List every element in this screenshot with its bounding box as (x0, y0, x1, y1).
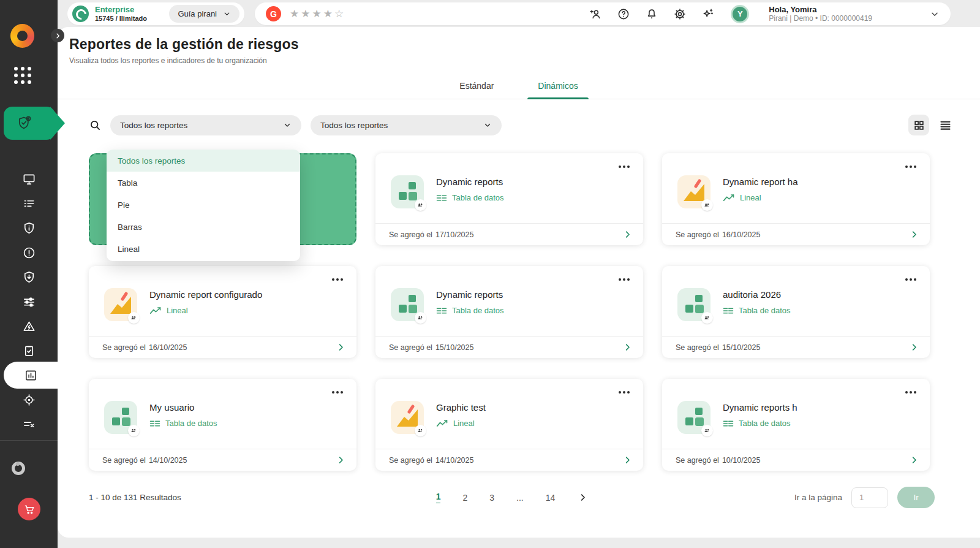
open-report-button[interactable] (623, 455, 632, 465)
go-button[interactable]: Ir (897, 487, 935, 508)
open-report-button[interactable] (623, 230, 632, 239)
sidebar-item-dashboard[interactable] (0, 172, 58, 186)
settings-button[interactable] (673, 7, 687, 21)
sparkles-icon (701, 7, 715, 21)
report-card[interactable]: Dynamic reports Tabla de datos Se agregó… (375, 153, 643, 245)
line-chart-icon (436, 419, 448, 428)
chevron-down-icon (483, 121, 492, 129)
rating-stars[interactable]: ★★★★☆ (290, 7, 345, 20)
shield-download-icon (22, 270, 36, 284)
report-card[interactable]: Dynamic reports h Tabla de datos Se agre… (662, 379, 930, 471)
user-avatar[interactable]: Y (731, 5, 749, 23)
chevron-right-icon (55, 32, 61, 39)
card-date: Se agregó el10/10/2025 (676, 456, 760, 465)
search-button[interactable] (89, 119, 102, 132)
users-badge-icon (128, 312, 140, 324)
dropdown-option-tabla[interactable]: Tabla (107, 172, 300, 194)
page-1[interactable]: 1 (436, 492, 441, 503)
pagination: 1 - 10 de 131 Resultados 1 2 3 ... 14 Ir… (89, 487, 952, 508)
sidebar-item-action-plans[interactable] (0, 417, 58, 432)
user-detail: Pirani | Demo • ID: 0000000419 (769, 14, 872, 23)
goto-page: Ir a la página Ir (587, 487, 952, 508)
open-report-button[interactable] (910, 343, 919, 352)
add-user-button[interactable] (589, 7, 602, 21)
goto-page-input[interactable] (851, 487, 888, 508)
card-date: Se agregó el15/10/2025 (676, 343, 760, 352)
page-14[interactable]: 14 (546, 493, 556, 503)
sidebar-item-compliance[interactable] (0, 343, 58, 358)
card-menu-button[interactable] (616, 389, 632, 396)
card-menu-button[interactable] (903, 163, 919, 170)
report-type: Tabla de datos (436, 306, 504, 315)
card-menu-button[interactable] (330, 389, 345, 396)
sidebar-expand-button[interactable] (51, 29, 64, 42)
report-card[interactable]: auditoria 2026 Tabla de datos Se agregó … (662, 266, 930, 358)
store-cart-button[interactable] (18, 498, 40, 520)
notifications-button[interactable] (645, 7, 658, 21)
users-badge-icon (415, 312, 426, 324)
card-date: Se agregó el17/10/2025 (389, 230, 473, 239)
chevron-down-icon (223, 10, 231, 18)
tab-estandar[interactable]: Estándar (459, 73, 494, 99)
sidebar-item-controls[interactable] (0, 270, 58, 284)
card-menu-button[interactable] (903, 276, 919, 283)
chevron-right-icon (623, 343, 632, 352)
open-report-button[interactable] (910, 230, 919, 239)
users-badge-icon (701, 199, 713, 211)
card-menu-button[interactable] (616, 276, 632, 283)
open-report-button[interactable] (336, 343, 345, 352)
active-module-flag[interactable] (0, 107, 67, 140)
chevron-right-icon (336, 343, 345, 352)
dropdown-option-todos[interactable]: Todos los reportes (107, 150, 300, 172)
open-report-button[interactable] (336, 455, 345, 465)
page-3[interactable]: 3 (489, 493, 494, 503)
report-type: Tabla de datos (149, 419, 217, 428)
g2-logo-icon[interactable]: G (266, 6, 281, 21)
page-subtitle: Visualiza todos los reportes e indicador… (69, 56, 980, 65)
help-button[interactable] (617, 7, 630, 21)
apps-grid-icon[interactable] (14, 67, 31, 84)
dropdown-option-pie[interactable]: Pie (107, 194, 300, 216)
shield-check-icon (16, 115, 33, 132)
grid-view-button[interactable] (908, 115, 929, 135)
dropdown-option-lineal[interactable]: Lineal (107, 238, 300, 260)
report-title: auditoria 2026 (723, 289, 791, 300)
users-badge-icon (415, 425, 426, 436)
report-card[interactable]: Graphic test Lineal Se agregó el14/10/20… (375, 379, 643, 471)
users-badge-icon (415, 199, 426, 211)
guide-dropdown-button[interactable]: Guía pirani (169, 5, 239, 23)
card-footer: Se agregó el17/10/2025 (375, 223, 643, 245)
card-menu-button[interactable] (903, 389, 919, 396)
report-card[interactable]: Dynamic report ha Lineal Se agregó el16/… (662, 153, 930, 245)
ai-assistant-button[interactable] (701, 7, 715, 21)
card-menu-button[interactable] (616, 163, 632, 170)
table-icon (723, 419, 734, 428)
report-card[interactable]: My usuario Tabla de datos Se agregó el14… (89, 379, 356, 471)
card-menu-button[interactable] (330, 276, 345, 283)
open-report-button[interactable] (910, 455, 919, 465)
sidebar-item-risks[interactable] (0, 221, 58, 235)
sidebar-item-incidents[interactable] (0, 319, 58, 333)
profile-menu-button[interactable] (930, 9, 940, 19)
list-view-button[interactable] (939, 119, 952, 132)
table-icon (149, 419, 160, 428)
list-lines-icon (22, 197, 36, 211)
sidebar-item-settings-sliders[interactable] (0, 294, 58, 309)
next-page-button[interactable] (578, 493, 587, 502)
sidebar-item-objectives[interactable] (0, 392, 58, 407)
report-card[interactable]: Dynamic reports Tabla de datos Se agregó… (375, 266, 643, 358)
dropdown-option-barras[interactable]: Barras (107, 216, 300, 238)
page-numbers: 1 2 3 ... 14 (436, 492, 588, 503)
sidebar-item-processes[interactable] (0, 196, 58, 211)
report-type: Lineal (436, 419, 486, 428)
open-report-button[interactable] (623, 343, 632, 352)
page-2[interactable]: 2 (462, 493, 467, 503)
report-filter-select[interactable]: Todos los reportes (311, 115, 502, 135)
sidebar-item-reports[interactable] (4, 362, 58, 389)
report-card[interactable]: Dynamic report configurado Lineal Se agr… (89, 266, 356, 358)
report-type-select[interactable]: Todos los reportes (110, 115, 301, 135)
line-chart-icon (149, 306, 162, 315)
sidebar-item-events[interactable] (0, 245, 58, 260)
inactive-app-icon[interactable] (12, 462, 25, 475)
tab-dinamicos[interactable]: Dinámicos (538, 73, 578, 99)
